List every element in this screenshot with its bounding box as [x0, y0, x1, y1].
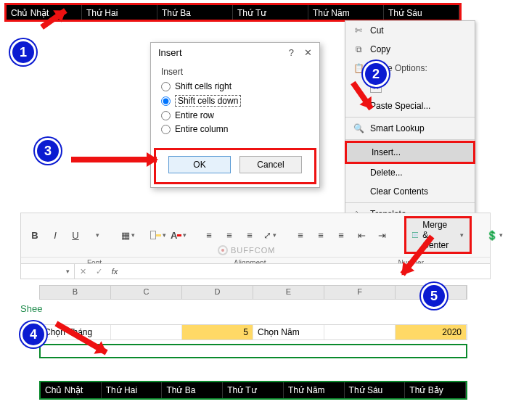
- insert-dialog: Insert ? ✕ Insert Shift cells right Shif…: [150, 42, 320, 188]
- day-cell[interactable]: Thứ Hai: [82, 5, 157, 20]
- radio-input[interactable]: [161, 111, 171, 120]
- radio-label: Entire column: [175, 124, 228, 134]
- radio-label: Shift cells right: [175, 81, 232, 91]
- cancel-formula-button[interactable]: ✕: [75, 267, 91, 276]
- underline-button[interactable]: U: [67, 227, 83, 243]
- radio-label: Shift cells down: [175, 95, 241, 107]
- column-header[interactable]: E: [253, 286, 324, 299]
- day-cell[interactable]: Thứ Sáu: [384, 5, 459, 20]
- scissors-icon: ✄: [353, 25, 364, 36]
- dialog-group-label: Insert: [161, 67, 309, 77]
- radio-shift-down[interactable]: Shift cells down: [161, 95, 309, 107]
- fx-button[interactable]: fx: [107, 267, 123, 276]
- data-row: Chọn Tháng 5 Chọn Năm 2020: [39, 324, 467, 340]
- menu-label: Smart Lookup: [370, 123, 425, 133]
- menu-clear-contents[interactable]: Clear Contents: [345, 182, 475, 201]
- sheet-tab-label[interactable]: Shee: [20, 303, 42, 314]
- step-badge-1: 1: [10, 39, 36, 65]
- copy-icon: ⧉: [353, 44, 364, 55]
- cell-empty[interactable]: [324, 325, 396, 339]
- column-header[interactable]: F: [324, 286, 396, 299]
- day-cell[interactable]: Thứ Năm: [284, 382, 345, 398]
- day-cell[interactable]: Thứ Ba: [157, 5, 233, 20]
- borders-button[interactable]: ▦▾: [120, 227, 136, 243]
- column-header[interactable]: D: [182, 286, 253, 299]
- menu-label: Insert...: [372, 147, 401, 157]
- menu-separator: [345, 139, 475, 140]
- watermark-logo-icon: [218, 245, 228, 255]
- align-left-button[interactable]: ≡: [292, 227, 308, 243]
- day-cell[interactable]: Thứ Sáu: [345, 382, 406, 398]
- menu-copy[interactable]: ⧉ Copy: [345, 40, 475, 59]
- watermark-text: BUFFCOM: [231, 246, 275, 255]
- radio-input[interactable]: [161, 82, 171, 91]
- merge-center-button[interactable]: Merge & Center ▾: [404, 216, 472, 254]
- annotation-arrow: [71, 157, 157, 162]
- menu-label: Clear Contents: [370, 186, 428, 197]
- day-cell[interactable]: Thứ Năm: [308, 5, 384, 20]
- align-middle-button[interactable]: ≡: [221, 227, 237, 243]
- radio-shift-right[interactable]: Shift cells right: [161, 81, 309, 91]
- align-right-button[interactable]: ≡: [333, 227, 349, 243]
- dialog-help-button[interactable]: ?: [289, 47, 294, 58]
- menu-cut[interactable]: ✄ Cut: [345, 21, 475, 40]
- accounting-format-button[interactable]: 💲▾: [486, 227, 502, 243]
- day-cell[interactable]: Thứ Tư: [223, 382, 284, 398]
- context-menu: ✄ Cut ⧉ Copy 📋 Paste Options: A Paste Sp…: [345, 20, 475, 224]
- svg-rect-1: [414, 234, 417, 236]
- menu-insert[interactable]: Insert...: [345, 141, 475, 164]
- day-cell[interactable]: Chủ Nhật: [41, 382, 102, 398]
- menu-label: Cut: [370, 25, 384, 36]
- radio-entire-column[interactable]: Entire column: [161, 124, 309, 134]
- decrease-indent-button[interactable]: ⇤: [353, 227, 369, 243]
- merge-icon: [412, 230, 418, 240]
- step-badge-5: 5: [421, 283, 447, 309]
- ok-button[interactable]: OK: [168, 156, 231, 173]
- radio-input[interactable]: [161, 96, 171, 106]
- chevron-down-icon[interactable]: ▾: [66, 268, 70, 275]
- menu-delete[interactable]: Delete...: [345, 163, 475, 182]
- watermark: BUFFCOM: [218, 245, 275, 255]
- column-headers: B C D E F G: [39, 285, 467, 300]
- day-header-row[interactable]: Chủ Nhật Thứ Hai Thứ Ba Thứ Tư Thứ Năm T…: [39, 381, 467, 400]
- day-cell[interactable]: Thứ Tư: [233, 5, 308, 20]
- lookup-icon: 🔍: [353, 123, 364, 134]
- fill-color-button[interactable]: ▾: [150, 227, 166, 243]
- italic-button[interactable]: I: [47, 227, 63, 243]
- day-cell[interactable]: Thứ Bảy: [405, 382, 466, 398]
- underline-dropdown[interactable]: ▾: [89, 227, 105, 243]
- radio-label: Entire row: [175, 110, 214, 120]
- radio-input[interactable]: [161, 125, 171, 134]
- day-cell[interactable]: Thứ Hai: [102, 382, 163, 398]
- column-header[interactable]: B: [40, 286, 111, 299]
- align-top-button[interactable]: ≡: [201, 227, 217, 243]
- cell-label-year[interactable]: Chọn Năm: [253, 325, 324, 339]
- day-cell[interactable]: Thứ Ba: [162, 382, 223, 398]
- column-header[interactable]: C: [111, 286, 182, 299]
- cell-year-value[interactable]: 2020: [396, 325, 467, 339]
- dialog-titlebar: Insert ? ✕: [151, 43, 319, 62]
- name-box[interactable]: ▾: [21, 264, 75, 279]
- step-badge-2: 2: [363, 61, 389, 87]
- menu-label: Delete...: [370, 168, 403, 178]
- enter-formula-button[interactable]: ✓: [91, 267, 107, 276]
- cell-empty[interactable]: [111, 325, 182, 339]
- chevron-down-icon: ▾: [460, 231, 464, 239]
- step-badge-3: 3: [35, 138, 61, 164]
- dialog-button-row: OK Cancel: [154, 148, 316, 184]
- increase-indent-button[interactable]: ⇥: [374, 227, 390, 243]
- dialog-close-button[interactable]: ✕: [304, 47, 312, 58]
- font-color-button[interactable]: A▾: [171, 227, 187, 243]
- ribbon: B I U ▾ ▦▾ ▾ A▾ ≡ ≡ ≡ ⤢▾ ≡ ≡ ≡ ⇤ ⇥ Merge…: [20, 213, 491, 269]
- align-center-button[interactable]: ≡: [313, 227, 329, 243]
- align-bottom-button[interactable]: ≡: [242, 227, 258, 243]
- cell-month-value[interactable]: 5: [182, 325, 253, 339]
- cancel-button[interactable]: Cancel: [239, 156, 302, 173]
- menu-smart-lookup[interactable]: 🔍 Smart Lookup: [345, 119, 475, 138]
- bold-button[interactable]: B: [27, 227, 43, 243]
- radio-entire-row[interactable]: Entire row: [161, 110, 309, 120]
- menu-label: Copy: [370, 44, 390, 54]
- menu-separator: [345, 117, 475, 118]
- step-badge-4: 4: [20, 321, 46, 347]
- orientation-button[interactable]: ⤢▾: [262, 227, 278, 243]
